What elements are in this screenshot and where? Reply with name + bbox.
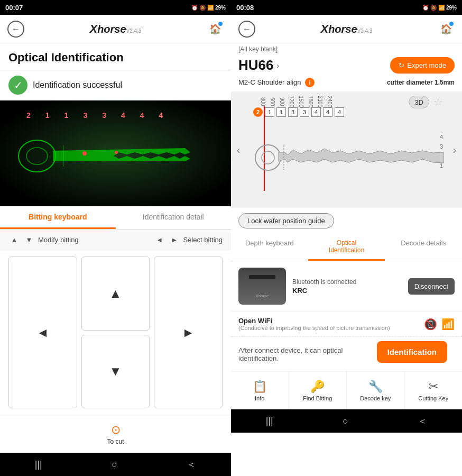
device-image: Xhorse: [238, 268, 286, 305]
svg-point-0: [19, 140, 56, 172]
bitting-left-arrow-button[interactable]: ◄: [8, 257, 77, 408]
bitting-numbers-overlay: 2 1 1 3 3 4 4 4: [26, 111, 163, 120]
cut-2: 1: [265, 107, 274, 117]
diagram-inner: ‹ 3D ☆ 300 600 900 1200 1500 1800 2100 2…: [231, 91, 462, 208]
right-back-icon: ←: [243, 24, 251, 34]
alarm-icon: ⏰: [191, 5, 198, 11]
up-arrow-icon: ▲: [109, 286, 122, 301]
wifi-title: Open WiFi: [238, 317, 418, 325]
shoulder-info-icon[interactable]: i: [305, 78, 315, 87]
svg-point-3: [115, 151, 118, 154]
modify-bitting-label: Modify bitting: [38, 236, 79, 244]
tab-bitting-keyboard[interactable]: Bitting keyboard: [0, 206, 116, 229]
nav-info[interactable]: 📋 Info: [231, 372, 289, 409]
shoulder-align-label: M2-C Shoulder align i: [238, 78, 315, 87]
right-back-button[interactable]: ←: [238, 21, 255, 38]
key-code-display: HU66 ›: [238, 57, 279, 74]
tab-optical-identification[interactable]: OpticalIdentification: [308, 234, 385, 261]
cut-1-active: 2: [253, 107, 263, 117]
shoulder-row: M2-C Shoulder align i cutter diameter 1.…: [231, 78, 462, 91]
left-android-nav: ||| ○ ＜: [0, 453, 231, 476]
bluetooth-status: Bluetooth is connected: [292, 278, 402, 286]
right-arrow-icon: ►: [182, 325, 195, 340]
key-svg: [16, 122, 211, 190]
wifi-info: Open WiFi (Conducive to improving the sp…: [238, 317, 418, 331]
3d-button[interactable]: 3D: [409, 96, 429, 108]
modify-bitting-row: ▲ ▼ Modify bitting ◄ ► Select bitting: [0, 230, 231, 250]
android-menu-left[interactable]: |||: [35, 459, 42, 470]
modify-down-button[interactable]: ▼: [23, 234, 35, 245]
diagram-content: 3D ☆ 300 600 900 1200 1500 1800 2100 240…: [246, 91, 447, 208]
android-back-left[interactable]: ＜: [187, 458, 196, 471]
expert-mode-button[interactable]: ↻ Expert mode: [390, 57, 455, 74]
disconnect-button[interactable]: Disconnect: [408, 278, 455, 295]
svg-point-6: [262, 151, 274, 164]
device-row: Xhorse Bluetooth is connected KRC Discon…: [231, 261, 462, 312]
bitting-up-button[interactable]: ▲: [81, 257, 150, 331]
device-logo-text: Xhorse: [255, 294, 269, 298]
left-status-icons: ⏰ 🔕 📶 29%: [191, 5, 226, 11]
wifi-row: Open WiFi (Conducive to improving the sp…: [231, 312, 462, 337]
key-image-container: 2 1 1 3 3 4 4 4: [0, 100, 231, 206]
key-cut-numbers-row: 2 1 1 3 3 4 4 4: [253, 107, 344, 117]
identification-button[interactable]: Identification: [377, 341, 447, 363]
right-header: ← X horse V2.4.3 🏠: [231, 15, 462, 43]
to-cut-label: To cut: [107, 438, 124, 445]
left-back-button[interactable]: ←: [7, 21, 24, 38]
select-left-button[interactable]: ◄: [154, 234, 165, 245]
android-back-right[interactable]: ＜: [418, 415, 427, 427]
svg-point-5: [255, 145, 281, 170]
cutter-diameter-label: cutter diameter 1.5mm: [387, 79, 455, 86]
modify-bitting-controls: ▲ ▼ Modify bitting: [8, 234, 79, 245]
left-arrow-icon: ◄: [36, 325, 49, 340]
nav-find-bitting[interactable]: 🔑 Find Bitting: [289, 372, 347, 409]
bitting-right-arrow-button[interactable]: ►: [154, 257, 223, 408]
info-nav-icon: 📋: [253, 380, 267, 393]
tab-decode-details[interactable]: Decode details: [385, 234, 462, 261]
right-home-button[interactable]: 🏠: [438, 21, 455, 38]
diagram-right-arrow-button[interactable]: ›: [447, 91, 462, 208]
tab-depth-keyboard[interactable]: Depth keyboard: [231, 234, 308, 261]
key-code-arrow-icon[interactable]: ›: [276, 61, 279, 70]
lock-wafer-button[interactable]: Lock wafer position guide: [238, 213, 334, 228]
right-signal-icon: 📶: [438, 5, 445, 11]
cut-4: 3: [288, 107, 298, 117]
right-android-nav: ||| ○ ＜: [231, 409, 462, 433]
right-logo: X horse V2.4.3: [320, 22, 372, 36]
left-panel: 00:07 ⏰ 🔕 📶 29% ← X horse V2.4.3 🏠 Optic…: [0, 0, 231, 476]
left-bottom-nav[interactable]: ⊙ To cut: [0, 415, 231, 453]
android-home-right[interactable]: ○: [343, 416, 348, 427]
connect-message: After connect device, it can optical ide…: [238, 346, 369, 362]
identification-success-bar: ✓ Identification successful: [0, 70, 231, 100]
right-tabs: Depth keyboard OpticalIdentification Dec…: [231, 234, 462, 261]
cut-3: 1: [276, 107, 286, 117]
android-menu-right[interactable]: |||: [266, 416, 273, 427]
left-home-button[interactable]: 🏠: [207, 21, 224, 38]
modify-up-button[interactable]: ▲: [8, 234, 20, 245]
favorite-icon[interactable]: ☆: [433, 96, 443, 108]
ble-indicator: [218, 22, 223, 26]
nav-decode-key[interactable]: 🔧 Decode key: [346, 372, 404, 409]
down-arrow-icon: ▼: [109, 364, 122, 379]
diagram-top-buttons: 3D ☆: [409, 96, 443, 108]
svg-point-1: [26, 148, 48, 164]
select-bitting-label: Select bitting: [183, 236, 223, 244]
left-tabs: Bitting keyboard Identification detail: [0, 206, 231, 230]
android-home-left[interactable]: ○: [112, 459, 117, 470]
wifi-off-icon[interactable]: 📵: [424, 318, 437, 331]
find-bitting-icon: 🔑: [310, 380, 325, 393]
volume-icon: 🔕: [199, 5, 206, 11]
diagram-left-arrow-button[interactable]: ‹: [231, 91, 246, 208]
battery-left: 29%: [215, 5, 226, 11]
wifi-on-icon[interactable]: 📶: [441, 318, 455, 331]
bitting-keyboard-grid: ◄ ▲ ► ▼: [0, 250, 231, 415]
bitting-down-button[interactable]: ▼: [81, 335, 150, 409]
success-text: Identification successful: [33, 80, 122, 90]
all-key-blank-label: [All key blank]: [231, 43, 462, 55]
tab-identification-detail[interactable]: Identification detail: [116, 206, 232, 229]
right-battery: 29%: [446, 5, 457, 11]
select-right-button[interactable]: ►: [169, 234, 180, 245]
success-icon: ✓: [8, 76, 27, 95]
nav-cutting-key[interactable]: ✂ Cutting Key: [404, 372, 463, 409]
decode-key-label: Decode key: [360, 395, 391, 401]
